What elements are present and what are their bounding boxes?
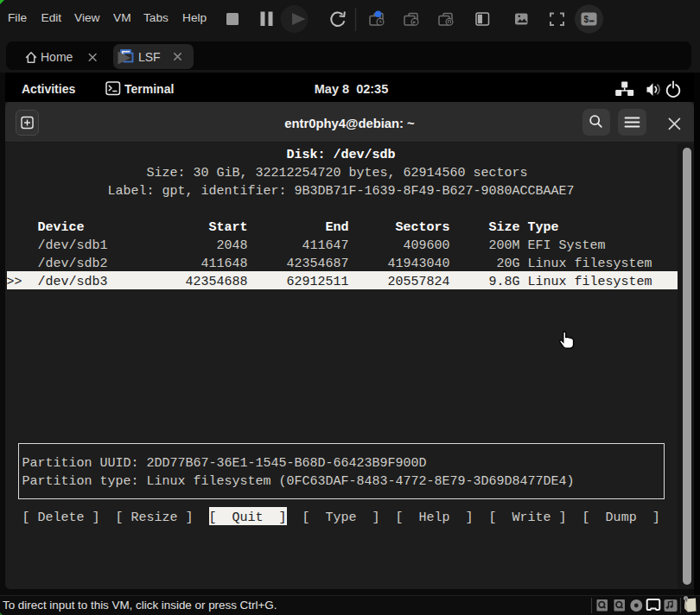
- svg-text:$: $: [584, 15, 589, 24]
